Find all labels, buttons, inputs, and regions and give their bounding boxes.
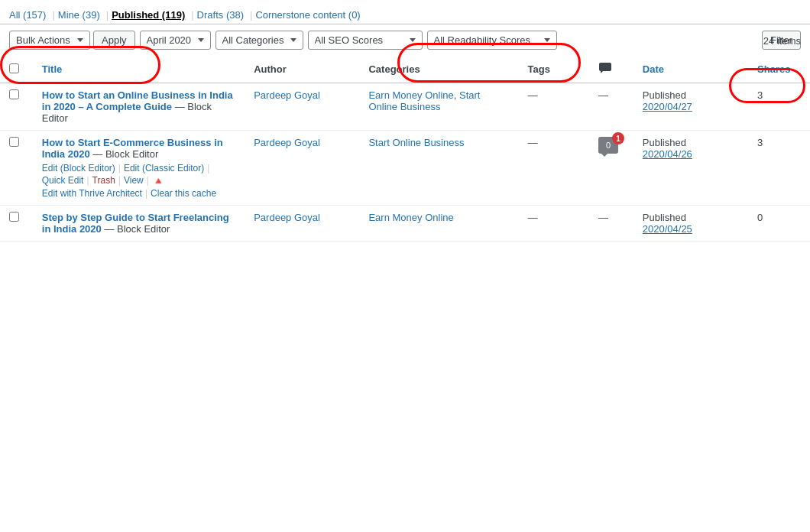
trash-link[interactable]: Trash — [92, 175, 115, 187]
tab-cornerstone[interactable]: Cornerstone content (0) — [255, 6, 360, 24]
apply-button[interactable]: Apply — [93, 31, 135, 50]
author-link[interactable]: Pardeep Goyal — [254, 137, 320, 148]
date-value[interactable]: 2020/04/25 — [643, 223, 739, 235]
bulk-actions-wrap: Bulk Actions Apply — [9, 31, 135, 50]
date-status: Published — [643, 89, 686, 101]
tab-published[interactable]: Published (119) — [112, 6, 185, 24]
col-header-checkbox — [0, 56, 33, 83]
svg-rect-0 — [599, 63, 611, 71]
row-checkbox[interactable] — [9, 137, 19, 147]
col-header-categories: Categories — [359, 56, 518, 83]
comments-empty: — — [598, 212, 608, 223]
categories-filter-select[interactable]: All Categories — [215, 31, 303, 50]
category-link[interactable]: Earn Money Online — [368, 89, 453, 101]
tab-bar: All (157) | Mine (39) | Published (119) … — [0, 0, 810, 24]
edit-thrive-link[interactable]: Edit with Thrive Architect — [42, 188, 142, 199]
comment-bubble[interactable]: 0 1 — [598, 137, 618, 154]
col-header-title[interactable]: Title — [33, 56, 245, 83]
post-type-label: — Block Editor — [92, 148, 158, 160]
table-row: How to Start an Online Business in India… — [0, 83, 810, 131]
tab-mine[interactable]: Mine (39) — [58, 6, 100, 24]
posts-table: Title Author Categories Tags Date Shares — [0, 56, 810, 242]
tags-empty: — — [528, 89, 538, 101]
author-link[interactable]: Pardeep Goyal — [254, 212, 320, 223]
quick-edit-link[interactable]: Quick Edit — [42, 175, 84, 187]
row-checkbox[interactable] — [9, 89, 19, 99]
category-link[interactable]: Earn Money Online — [368, 212, 453, 223]
table-row: How to Start E-Commerce Business in Indi… — [0, 131, 810, 206]
date-status: Published — [643, 137, 686, 148]
col-header-date[interactable]: Date — [633, 56, 748, 83]
date-value[interactable]: 2020/04/26 — [643, 148, 739, 160]
shares-count: 3 — [757, 89, 763, 101]
author-link[interactable]: Pardeep Goyal — [254, 89, 320, 101]
comments-empty: — — [598, 89, 608, 101]
thrive-icon: 🔺 — [152, 175, 164, 187]
row-actions: Edit (Block Editor) | Edit (Classic Edit… — [42, 163, 235, 199]
date-status: Published — [643, 212, 686, 223]
post-type-label: — Block Editor — [104, 223, 170, 235]
edit-block-editor-link[interactable]: Edit (Block Editor) — [42, 163, 115, 174]
date-value[interactable]: 2020/04/27 — [643, 101, 739, 112]
category-link[interactable]: Start Online Business — [368, 137, 464, 148]
tags-empty: — — [528, 212, 538, 223]
readability-filter-select[interactable]: All Readability Scores — [427, 31, 557, 50]
col-header-author: Author — [245, 56, 359, 83]
edit-classic-editor-link[interactable]: Edit (Classic Editor) — [124, 163, 204, 174]
view-link[interactable]: View — [124, 175, 144, 187]
bulk-actions-select[interactable]: Bulk Actions — [9, 31, 90, 50]
item-count: 24 items — [763, 34, 801, 46]
select-all-checkbox[interactable] — [9, 63, 19, 73]
toolbar: Bulk Actions Apply April 2020 All Catego… — [0, 24, 810, 56]
seo-scores-filter-select[interactable]: All SEO Scores — [308, 31, 423, 50]
col-header-comments — [589, 56, 633, 83]
col-header-tags: Tags — [519, 56, 589, 83]
tab-all[interactable]: All (157) — [9, 6, 46, 24]
row-checkbox[interactable] — [9, 212, 19, 222]
svg-marker-1 — [601, 71, 603, 73]
date-filter-select[interactable]: April 2020 — [140, 31, 211, 50]
shares-count: 3 — [757, 137, 763, 148]
shares-count: 0 — [757, 212, 763, 223]
clear-cache-link[interactable]: Clear this cache — [151, 188, 216, 199]
comment-pending-badge: 1 — [612, 132, 624, 144]
table-row: Step by Step Guide to Start Freelancing … — [0, 206, 810, 242]
tags-empty: — — [528, 137, 538, 148]
col-header-shares[interactable]: Shares — [748, 56, 810, 83]
tab-drafts[interactable]: Drafts (38) — [197, 6, 244, 24]
